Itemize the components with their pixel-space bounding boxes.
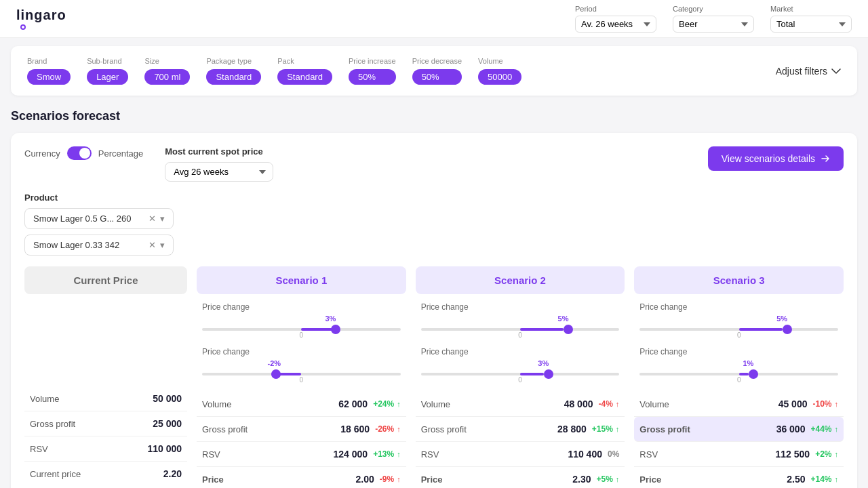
product1-select[interactable]: Smow Lager 0.5 G... 260 ✕ ▾	[24, 208, 174, 229]
s2-price-label: Price	[421, 474, 443, 485]
product1-text: Smow Lager 0.5 G... 260	[33, 214, 144, 224]
s3-gross-change: +44%	[810, 424, 831, 434]
s1-price-values: 2.00 -9% ↑	[356, 474, 401, 485]
s3-price-values: 2.50 +14% ↑	[787, 474, 838, 485]
s1-volume-arrow: ↑	[397, 400, 401, 408]
s3-rsv-values: 112 500 +2% ↑	[776, 449, 838, 460]
price-increase-label: Price increase	[349, 57, 396, 65]
current-gross-label: Gross profit	[30, 419, 75, 429]
slider1-container: 3% 0	[202, 314, 401, 339]
currency-toggle[interactable]	[67, 146, 92, 160]
period-select[interactable]: Av. 26 weeks	[575, 16, 656, 33]
current-metrics: Volume 50 000 Gross profit 25 000 RSV 11…	[24, 384, 187, 488]
s1-thumb2[interactable]	[271, 369, 281, 379]
s3-pct2: 1%	[743, 359, 754, 367]
logo-dot	[20, 24, 26, 30]
product2-clear-icon[interactable]: ✕	[149, 240, 156, 250]
scenario1-column: Scenario 1 Price change 3% 0	[197, 266, 406, 488]
s3-thumb1[interactable]	[783, 325, 792, 334]
subbrand-chip[interactable]: Lager	[87, 69, 128, 85]
spot-price-select[interactable]: Avg 26 weeks	[165, 162, 273, 182]
product2-select[interactable]: Smow Lager 0.33 342 ✕ ▾	[24, 235, 174, 256]
volume-filter: Volume 50000	[478, 57, 521, 85]
s3-price-label: Price	[639, 474, 661, 485]
scenarios-grid: Current Price Volume 50 000 Gross profit…	[24, 266, 844, 488]
s1-volume-change: +24%	[373, 399, 394, 409]
s2-rsv-value: 110 400	[568, 449, 602, 460]
s3-thumb2[interactable]	[749, 369, 758, 379]
s2-price-values: 2.30 +5% ↑	[572, 474, 619, 485]
s3-price-change-label2: Price change	[639, 347, 838, 357]
s3-slider1-container: 5% 0	[639, 314, 838, 339]
product2-dropdown-icon[interactable]: ▾	[160, 240, 165, 250]
s2-volume-value: 48 000	[564, 399, 593, 409]
filters-bar: Brand Smow Sub-brand Lager Size 700 ml P…	[11, 46, 857, 96]
s3-slider2-container: 1% 0	[639, 359, 838, 384]
s3-price-change-label1: Price change	[639, 302, 838, 312]
s1-price-row: Price 2.00 -9% ↑	[197, 467, 406, 488]
slider-spacer	[24, 302, 187, 384]
price-decrease-label: Price decrease	[412, 57, 462, 65]
product1-clear-icon[interactable]: ✕	[149, 214, 156, 224]
market-control: Market Total	[770, 5, 852, 33]
s3-volume-values: 45 000 -10% ↑	[778, 399, 838, 409]
s1-volume-value: 62 000	[338, 399, 368, 409]
logo: lingaro	[16, 7, 66, 30]
s2-thumb1[interactable]	[564, 325, 573, 334]
view-scenarios-button[interactable]: View scenarios details	[708, 146, 844, 171]
period-label: Period	[575, 5, 656, 13]
s3-gross-arrow: ↑	[834, 425, 838, 433]
s3-volume-row: Volume 45 000 -10% ↑	[634, 392, 844, 417]
price-decrease-filter: Price decrease 50%	[412, 57, 462, 85]
price-increase-chip[interactable]: 50%	[349, 69, 396, 85]
s1-pct1: 3%	[325, 314, 336, 323]
scenario1-header: Scenario 1	[197, 266, 406, 294]
s3-price-row: Price 2.50 +14% ↑	[634, 467, 844, 488]
s3-volume-arrow: ↑	[834, 400, 838, 408]
s1-thumb1[interactable]	[331, 325, 340, 334]
scenario2-metrics: Volume 48 000 -4% ↑ Gross profit 28 800 …	[416, 389, 625, 488]
size-chip[interactable]: 700 ml	[144, 69, 190, 85]
s1-rsv-label: RSV	[202, 449, 220, 460]
currency-toggle-row: Currency Percentage	[24, 146, 143, 160]
adjust-filters-button[interactable]: Adjust filters	[776, 66, 841, 77]
s2-price-change: +5%	[596, 474, 612, 484]
s2-rsv-label: RSV	[421, 449, 439, 460]
app-header: lingaro Period Av. 26 weeks Category Bee…	[0, 0, 868, 38]
s1-gross-change: -26%	[375, 424, 394, 434]
product2-text: Smow Lager 0.33 342	[33, 240, 144, 250]
price-change-label2: Price change	[202, 347, 401, 357]
category-select[interactable]: Beer	[673, 16, 754, 33]
current-price-header: Current Price	[24, 266, 187, 294]
spot-price-label: Most current spot price	[165, 146, 686, 157]
s3-gross-label: Gross profit	[639, 424, 690, 434]
market-select[interactable]: Total	[770, 16, 852, 33]
s2-price-change-label2: Price change	[421, 347, 620, 357]
s1-volume-row: Volume 62 000 +24% ↑	[197, 392, 406, 417]
s1-slider2: Price change -2% 0	[202, 347, 401, 386]
s2-price-change-label1: Price change	[421, 302, 620, 312]
s2-thumb2[interactable]	[544, 369, 553, 379]
size-label: Size	[144, 57, 190, 65]
scenario3-metrics: Volume 45 000 -10% ↑ Gross profit 36 000…	[634, 389, 844, 488]
s3-rsv-change: +2%	[815, 449, 831, 459]
s1-price-value: 2.00	[356, 474, 374, 485]
volume-chip[interactable]: 50000	[478, 69, 521, 85]
pack-chip[interactable]: Standard	[277, 69, 332, 85]
price-decrease-chip[interactable]: 50%	[412, 69, 462, 85]
s1-gross-row: Gross profit 18 600 -26% ↑	[197, 417, 406, 442]
s3-pct1: 5%	[776, 314, 787, 323]
brand-chip[interactable]: Smow	[27, 69, 71, 85]
s2-rsv-values: 110 400 0%	[568, 449, 619, 460]
product1-dropdown-icon[interactable]: ▾	[160, 214, 165, 224]
s2-slider1: Price change 5% 0	[421, 302, 620, 342]
product-section-label: Product	[24, 192, 174, 203]
brand-label: Brand	[27, 57, 71, 65]
s3-gross-value: 36 000	[776, 424, 806, 434]
price-increase-filter: Price increase 50%	[349, 57, 396, 85]
section-title: Scenarios forecast	[11, 104, 857, 123]
s3-slider2: Price change 1% 0	[639, 347, 838, 386]
pack-filter: Pack Standard	[277, 57, 332, 85]
s3-rsv-value: 112 500	[776, 449, 810, 460]
package-chip[interactable]: Standard	[206, 69, 261, 85]
